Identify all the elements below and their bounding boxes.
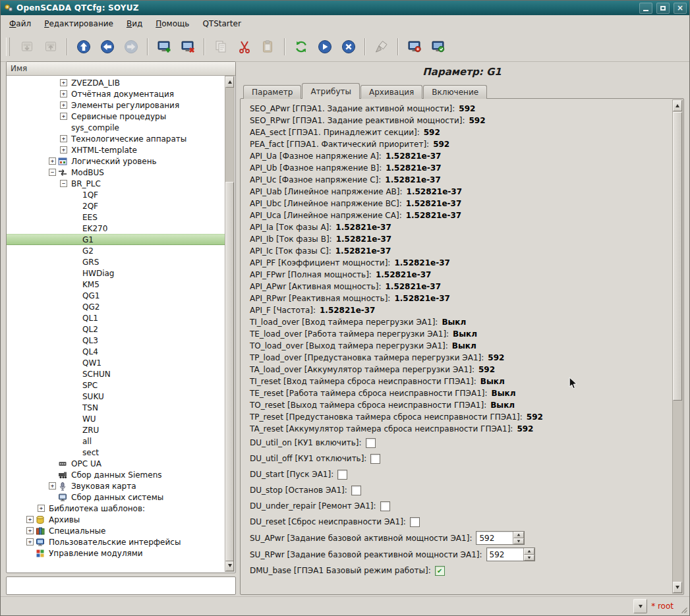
tree-item-QL3[interactable]: QL3 xyxy=(7,335,225,346)
attr-checkbox-DU_stop[interactable] xyxy=(351,486,361,495)
attributes-scrollbar[interactable] xyxy=(672,99,683,594)
tree-expander-plus[interactable]: + xyxy=(26,516,34,523)
tree-item-KM5[interactable]: KM5 xyxy=(7,279,225,290)
menu-help[interactable]: Помощь xyxy=(149,16,196,32)
tree-item-template-libs[interactable]: +Библиотека шаблонов: xyxy=(7,503,225,514)
tree-column-header[interactable]: Имя xyxy=(7,62,235,76)
tree-item-ModBUS[interactable]: −ModBUS xyxy=(7,167,225,178)
toolbar-handle[interactable] xyxy=(6,38,10,56)
tree-item-regulation-elements[interactable]: +Элементы регулирования xyxy=(7,99,225,111)
attr-scroll-thumb[interactable] xyxy=(673,112,682,401)
tab-attributes[interactable]: Атрибуты xyxy=(302,83,360,99)
tree-item-all[interactable]: all xyxy=(7,435,225,447)
tree-item-opc-ua[interactable]: OPC UA xyxy=(7,458,225,469)
tree-item-G2[interactable]: G2 xyxy=(7,245,225,256)
tree-item-2QF[interactable]: 2QF xyxy=(7,200,225,211)
tab-param[interactable]: Параметр xyxy=(243,85,301,99)
tree-expander-plus[interactable]: + xyxy=(38,505,45,512)
tree-item-sect[interactable]: sect xyxy=(7,447,225,458)
back-button[interactable] xyxy=(96,35,119,59)
spin-up-button[interactable] xyxy=(524,548,534,555)
vision-window-button[interactable] xyxy=(426,35,450,59)
tree-expander-minus[interactable]: − xyxy=(60,180,67,187)
tree-filter-input[interactable] xyxy=(6,576,236,595)
copy-item-button[interactable] xyxy=(209,35,233,59)
tree-expander-plus[interactable]: + xyxy=(60,79,67,86)
tree-scroll-down-button[interactable] xyxy=(225,560,234,571)
tree-item-logic-level[interactable]: +Логический уровень xyxy=(7,155,225,167)
titlebar[interactable]: OpenSCADA QTCfg: SOYUZ × xyxy=(1,1,689,15)
stop-updating-button[interactable] xyxy=(337,35,360,59)
spinbox-value[interactable]: 592 xyxy=(487,548,523,561)
tree-expander-plus[interactable]: + xyxy=(60,146,67,154)
close-button[interactable]: × xyxy=(674,3,687,14)
tree-item-sound-card[interactable]: +Звуковая карта xyxy=(7,480,225,491)
forward-button[interactable] xyxy=(119,35,143,59)
tree-item-system-daq[interactable]: Сбор данных системы xyxy=(7,491,225,503)
tree-expander-plus[interactable]: + xyxy=(26,527,34,534)
tree-scrollbar[interactable] xyxy=(225,76,235,572)
tab-archiving[interactable]: Архивация xyxy=(360,85,422,99)
qtcfg-window-button[interactable] xyxy=(403,35,426,59)
tree-item-QL2[interactable]: QL2 xyxy=(7,323,225,335)
tree-expander-plus[interactable]: + xyxy=(49,482,56,490)
tree-item-HWDiag[interactable]: HWDiag xyxy=(7,267,225,279)
menu-file[interactable]: Файл xyxy=(3,16,38,32)
minimize-button[interactable] xyxy=(639,3,652,14)
attr-checkbox-DU_under_repair[interactable] xyxy=(380,501,390,511)
tree-item-modules-management[interactable]: Управление модулями xyxy=(7,547,225,559)
cut-item-button[interactable] xyxy=(233,35,256,59)
tree-item-GRS[interactable]: GRS xyxy=(7,256,225,267)
menu-qtstarter[interactable]: QTStarter xyxy=(196,16,247,32)
tree-item-report-docs[interactable]: +Отчётная документация xyxy=(7,88,225,99)
spin-down-button[interactable] xyxy=(524,555,534,561)
tree-item-special[interactable]: +Специальные xyxy=(7,525,225,536)
refresh-button[interactable] xyxy=(289,35,313,59)
tree-item-SPC[interactable]: SPC xyxy=(7,379,225,391)
tree-item-1QF[interactable]: 1QF xyxy=(7,189,225,200)
tab-enable[interactable]: Включение xyxy=(423,85,487,99)
tree-item-sys_compile[interactable]: sys_compile xyxy=(7,122,225,133)
tree-item-ZRU[interactable]: ZRU xyxy=(7,424,225,435)
tree-item-QL4[interactable]: QL4 xyxy=(7,346,225,357)
save-to-db-button[interactable] xyxy=(39,35,63,59)
maximize-button[interactable] xyxy=(656,3,670,14)
start-updating-button[interactable] xyxy=(313,35,337,59)
tree-expander-minus[interactable]: − xyxy=(49,169,56,176)
attr-checkbox-DU_start[interactable] xyxy=(337,470,347,480)
attr-spinbox-SU_APwr[interactable]: 592 xyxy=(476,531,525,545)
menu-edit[interactable]: Редактирование xyxy=(38,16,120,32)
attr-checkbox-DU_util_off[interactable] xyxy=(370,454,380,464)
up-level-button[interactable] xyxy=(72,35,96,59)
add-item-button[interactable] xyxy=(152,35,176,59)
spin-down-button[interactable] xyxy=(513,538,524,545)
menu-view[interactable]: Вид xyxy=(120,16,149,32)
tree-item-siemens-daq[interactable]: Сбор данных Siemens xyxy=(7,469,225,480)
tree-item-ZVEZDA_LIB[interactable]: +ZVEZDA_LIB xyxy=(7,77,225,88)
tree-item-tech-devices[interactable]: +Технологические аппараты xyxy=(7,133,225,144)
tree-scroll-thumb[interactable] xyxy=(225,182,234,561)
tree-item-SUKU[interactable]: SUKU xyxy=(7,391,225,402)
tree-item-EES[interactable]: EES xyxy=(7,211,225,223)
tree-expander-plus[interactable]: + xyxy=(60,90,67,98)
delete-item-button[interactable] xyxy=(176,35,200,59)
tree-expander-plus[interactable]: + xyxy=(60,101,67,109)
tree-item-BR_PLC[interactable]: −BR_PLC xyxy=(7,178,225,189)
attr-spinbox-SU_RPwr[interactable]: 592 xyxy=(486,547,535,561)
paste-item-button[interactable] xyxy=(256,35,280,59)
clear-changes-button[interactable] xyxy=(370,35,393,59)
load-from-db-button[interactable] xyxy=(15,35,39,59)
tree-item-QG2[interactable]: QG2 xyxy=(7,301,225,312)
tree-item-EK270[interactable]: EK270 xyxy=(7,223,225,234)
tree-scroll-track[interactable] xyxy=(225,88,234,560)
tree-item-archives[interactable]: +Архивы xyxy=(7,514,225,525)
tree-item-QG1[interactable]: QG1 xyxy=(7,290,225,301)
tree-item-TSN[interactable]: TSN xyxy=(7,402,225,413)
tree-item-service-procedures[interactable]: +Сервисные процедуры xyxy=(7,111,225,122)
tree-item-SCHUN[interactable]: SCHUN xyxy=(7,368,225,379)
tree-scroll-up-button[interactable] xyxy=(225,76,234,88)
tree-item-XHTML-template[interactable]: +XHTML-template xyxy=(7,144,225,155)
spin-up-button[interactable] xyxy=(513,532,524,538)
attr-scroll-track[interactable] xyxy=(673,111,682,582)
tree-item-QW1[interactable]: QW1 xyxy=(7,357,225,368)
